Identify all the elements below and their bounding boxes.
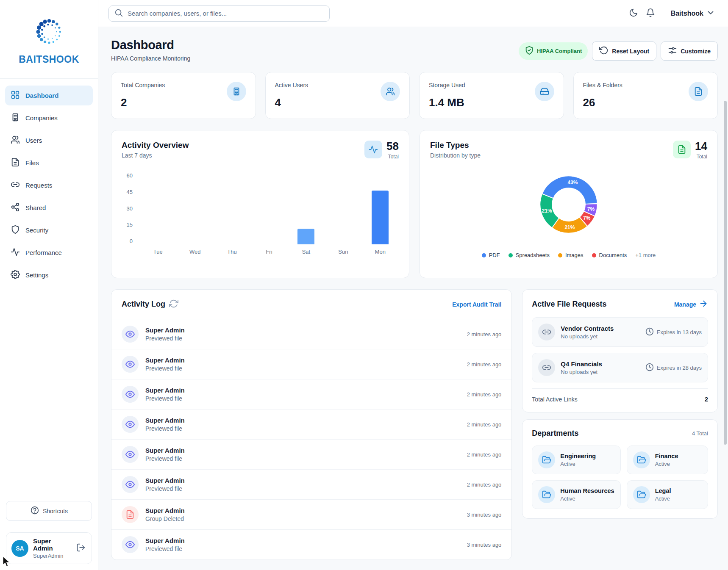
file-types-titles: File Types Distribution by type bbox=[430, 141, 481, 159]
activity-log-title-wrap: Activity Log bbox=[122, 299, 178, 310]
sidebar-footer: Shortcuts bbox=[0, 496, 98, 527]
logout-icon bbox=[76, 547, 86, 553]
file-request-item-q4-financials[interactable]: Q4 Financials No uploads yet Expires in … bbox=[532, 353, 708, 382]
stat-card-total-companies: Total Companies 2 bbox=[111, 72, 256, 119]
bar-mon bbox=[372, 191, 389, 245]
sidebar-user-area: SA Super Admin SuperAdmin bbox=[0, 527, 98, 570]
sidebar-item-requests[interactable]: Requests bbox=[5, 175, 93, 195]
logo-dot bbox=[43, 36, 45, 38]
file-types-legend: PDFSpreadsheetsImagesDocuments+1 more bbox=[430, 252, 707, 258]
x-tick-label: Fri bbox=[250, 249, 287, 255]
sidebar-item-companies[interactable]: Companies bbox=[5, 108, 93, 128]
sidebar-item-label: Dashboard bbox=[25, 92, 58, 99]
shortcuts-button[interactable]: Shortcuts bbox=[6, 501, 92, 521]
legend-label: Images bbox=[565, 252, 584, 258]
dark-mode-toggle[interactable] bbox=[629, 8, 638, 19]
sidebar-nav: Dashboard Companies Users Files bbox=[0, 79, 98, 496]
sidebar-item-shared[interactable]: Shared bbox=[5, 198, 93, 218]
sidebar: BAITSHOOK Dashboard Companies Users bbox=[0, 0, 98, 570]
sidebar-item-label: Companies bbox=[25, 114, 58, 122]
log-row-icon bbox=[122, 446, 139, 463]
user-meta: Super Admin SuperAdmin bbox=[33, 537, 71, 559]
shortcuts-label: Shortcuts bbox=[43, 508, 68, 515]
activity-overview-card: Activity Overview Last 7 days 58 Total bbox=[111, 130, 409, 278]
stat-card-text: Active Users 4 bbox=[275, 82, 308, 109]
logout-button[interactable] bbox=[75, 542, 86, 554]
file-types-total-text: 14 Total bbox=[695, 141, 707, 160]
department-item-human-resources[interactable]: Human Resources Active bbox=[532, 480, 620, 509]
legend-item-pdf: PDF bbox=[482, 252, 500, 258]
org-menu[interactable]: Baitshook bbox=[671, 8, 715, 19]
file-types-card: File Types Distribution by type 14 Total bbox=[420, 130, 718, 278]
sliders-icon bbox=[668, 46, 677, 56]
legend-item-spreadsheets: Spreadsheets bbox=[508, 252, 550, 258]
sidebar-item-label: Performance bbox=[25, 249, 62, 256]
stat-value: 26 bbox=[583, 96, 622, 109]
log-row-time: 2 minutes ago bbox=[467, 361, 502, 368]
logo-dot bbox=[54, 27, 56, 28]
sidebar-item-security[interactable]: Security bbox=[5, 220, 93, 240]
topbar-divider bbox=[663, 6, 663, 21]
global-search[interactable] bbox=[108, 6, 330, 22]
log-row-time: 2 minutes ago bbox=[467, 331, 502, 338]
user-card[interactable]: SA Super Admin SuperAdmin bbox=[6, 532, 92, 564]
notifications-button[interactable] bbox=[646, 8, 655, 19]
department-status: Active bbox=[655, 461, 678, 467]
help-circle-icon bbox=[30, 506, 39, 516]
bell-icon bbox=[646, 8, 655, 19]
customize-label: Customize bbox=[681, 48, 711, 55]
sidebar-item-dashboard[interactable]: Dashboard bbox=[5, 86, 93, 105]
legend-dot bbox=[592, 253, 596, 257]
y-tick-label: 60 bbox=[127, 172, 133, 179]
stat-value: 4 bbox=[275, 96, 308, 109]
file-request-text: Q4 Financials No uploads yet bbox=[561, 360, 602, 375]
y-tick-label: 15 bbox=[127, 221, 133, 228]
department-name: Finance bbox=[655, 453, 678, 459]
sidebar-item-icon bbox=[11, 113, 20, 123]
page-subtitle: HIPAA Compliance Monitoring bbox=[111, 55, 190, 62]
search-input[interactable] bbox=[128, 10, 324, 17]
sidebar-item-settings[interactable]: Settings bbox=[5, 265, 93, 285]
donut-wrap: 43%7%7%21%21% bbox=[430, 162, 707, 247]
departments-total: 4 Total bbox=[692, 430, 708, 437]
log-row-time: 2 minutes ago bbox=[467, 481, 502, 488]
department-name: Human Resources bbox=[560, 487, 614, 494]
brand-area: BAITSHOOK bbox=[0, 0, 98, 79]
sidebar-item-users[interactable]: Users bbox=[5, 130, 93, 150]
legend-label: Documents bbox=[599, 252, 627, 258]
file-request-status: No uploads yet bbox=[561, 333, 614, 340]
sidebar-item-icon bbox=[11, 158, 20, 168]
manage-requests-link[interactable]: Manage bbox=[674, 299, 708, 310]
file-request-item-vendor-contracts[interactable]: Vendor Contracts No uploads yet Expires … bbox=[532, 317, 708, 347]
bar-chart-x-axis: TueWedThuFriSatSunMon bbox=[139, 249, 399, 255]
page-head: Dashboard HIPAA Compliance Monitoring HI… bbox=[111, 38, 718, 62]
total-active-links-value: 2 bbox=[705, 396, 708, 403]
activity-log-head: Activity Log Export Audit Trail bbox=[111, 290, 511, 319]
sidebar-item-label: Settings bbox=[25, 271, 48, 279]
sidebar-item-performance[interactable]: Performance bbox=[5, 243, 93, 263]
department-item-finance[interactable]: Finance Active bbox=[627, 445, 708, 474]
file-types-subtitle: Distribution by type bbox=[430, 152, 481, 159]
charts-grid: Activity Overview Last 7 days 58 Total bbox=[111, 130, 718, 278]
legend-item-documents: Documents bbox=[592, 252, 627, 258]
stat-icon bbox=[689, 82, 708, 101]
department-item-engineering[interactable]: Engineering Active bbox=[532, 445, 620, 474]
bar-slot-sat bbox=[288, 172, 325, 244]
export-audit-trail-link[interactable]: Export Audit Trail bbox=[452, 301, 501, 308]
refresh-button[interactable] bbox=[169, 299, 178, 310]
department-item-legal[interactable]: Legal Active bbox=[627, 480, 708, 509]
scrollbar-thumb[interactable] bbox=[724, 101, 727, 445]
log-row-action: Previewed file bbox=[145, 425, 185, 432]
log-row-text: Super Admin Previewed file bbox=[145, 327, 185, 342]
departments-title: Departments bbox=[532, 429, 578, 438]
sidebar-item-files[interactable]: Files bbox=[5, 153, 93, 173]
file-types-donut: 43%7%7%21%21% bbox=[526, 162, 611, 247]
right-column: Active File Requests Manage Vendor Contr… bbox=[522, 289, 718, 519]
topbar: Baitshook bbox=[98, 0, 728, 27]
reset-layout-button[interactable]: Reset Layout bbox=[592, 42, 656, 61]
folder-open-icon bbox=[633, 451, 650, 468]
customize-button[interactable]: Customize bbox=[661, 42, 718, 61]
sidebar-item-icon bbox=[11, 225, 20, 235]
department-status: Active bbox=[560, 495, 614, 502]
log-row-user: Super Admin bbox=[145, 417, 185, 424]
